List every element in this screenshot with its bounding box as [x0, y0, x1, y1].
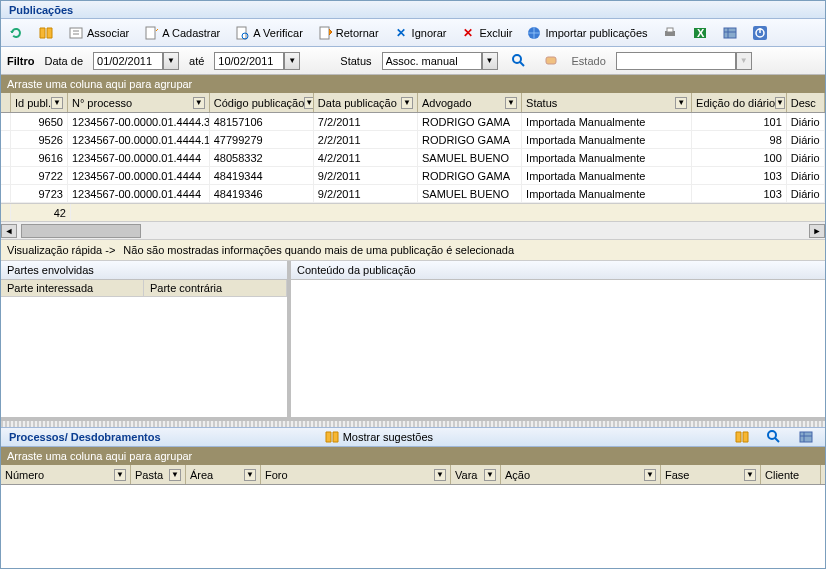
data-ate-input[interactable] — [214, 52, 284, 70]
layout-button[interactable] — [719, 23, 741, 43]
cell-cod: 48058332 — [210, 149, 314, 166]
cell-adv: SAMUEL BUENO — [418, 185, 522, 202]
book-icon — [38, 25, 54, 41]
grid-hscrollbar[interactable]: ◄ ► — [1, 221, 825, 239]
retornar-label: Retornar — [336, 27, 379, 39]
main-title-bar: Publicações — [1, 1, 825, 19]
filter-search-button[interactable] — [508, 51, 530, 71]
print-button[interactable] — [659, 23, 681, 43]
data-de-dropdown[interactable]: ▼ — [163, 52, 179, 70]
conteudo-title: Conteúdo da publicação — [291, 261, 825, 280]
filter-arrow[interactable]: ▼ — [434, 469, 446, 481]
grid-group-hint[interactable]: Arraste uma coluna aqui para agrupar — [1, 75, 825, 93]
grid-header: Id publ.▼ N° processo▼ Código publicação… — [1, 93, 825, 113]
doc-new-icon — [143, 25, 159, 41]
sec2-col-cliente[interactable]: Cliente — [761, 465, 821, 484]
ignorar-button[interactable]: ✕Ignorar — [390, 23, 450, 43]
col-proc[interactable]: N° processo▼ — [68, 93, 210, 112]
sec2-col-acao[interactable]: Ação▼ — [501, 465, 661, 484]
col-desc[interactable]: Desc — [787, 93, 825, 112]
layout-icon — [722, 25, 738, 41]
scroll-right-icon[interactable]: ► — [809, 224, 825, 238]
acadastrar-button[interactable]: A Cadastrar — [140, 23, 223, 43]
cell-adv: SAMUEL BUENO — [418, 149, 522, 166]
averificar-label: A Verificar — [253, 27, 303, 39]
cell-proc: 1234567-00.0000.01.4444 — [68, 149, 210, 166]
col-id[interactable]: Id publ.▼ — [11, 93, 68, 112]
refresh-button[interactable] — [5, 23, 27, 43]
svg-rect-16 — [800, 432, 812, 442]
svg-rect-7 — [667, 28, 673, 32]
col-stat[interactable]: Status▼ — [522, 93, 692, 112]
retornar-button[interactable]: Retornar — [314, 23, 382, 43]
filter-arrow[interactable]: ▼ — [675, 97, 687, 109]
cell-proc: 1234567-00.0000.01.4444 — [68, 185, 210, 202]
sec2-book-button[interactable] — [731, 427, 753, 447]
table-row[interactable]: 95261234567-00.0000.01.4444.1477992792/2… — [1, 131, 825, 149]
sec2-col-vara[interactable]: Vara▼ — [451, 465, 501, 484]
parte-contraria-col[interactable]: Parte contrária — [144, 280, 287, 296]
search-icon — [511, 53, 527, 69]
cell-ed: 103 — [692, 167, 787, 184]
sec2-group-hint[interactable]: Arraste uma coluna aqui para agrupar — [1, 447, 825, 465]
cell-ed: 100 — [692, 149, 787, 166]
status-dropdown[interactable]: ▼ — [482, 52, 498, 70]
sum-count: 42 — [11, 204, 71, 221]
col-cod[interactable]: Código publicação▼ — [210, 93, 314, 112]
excel-button[interactable]: X — [689, 23, 711, 43]
col-datap[interactable]: Data publicação▼ — [314, 93, 418, 112]
associar-button[interactable]: Associar — [65, 23, 132, 43]
parte-interessada-col[interactable]: Parte interessada — [1, 280, 144, 296]
status-select[interactable] — [382, 52, 482, 70]
filter-arrow[interactable]: ▼ — [304, 97, 314, 109]
filter-arrow[interactable]: ▼ — [484, 469, 496, 481]
main-title: Publicações — [9, 4, 73, 16]
table-row[interactable]: 97231234567-00.0000.01.4444484193469/2/2… — [1, 185, 825, 203]
filter-arrow[interactable]: ▼ — [401, 97, 413, 109]
table-row[interactable]: 96161234567-00.0000.01.4444480583324/2/2… — [1, 149, 825, 167]
mostrar-sugestoes-button[interactable]: Mostrar sugestões — [321, 427, 436, 447]
filter-arrow[interactable]: ▼ — [775, 97, 785, 109]
cell-ed: 103 — [692, 185, 787, 202]
scroll-thumb[interactable] — [21, 224, 141, 238]
filter-arrow[interactable]: ▼ — [193, 97, 205, 109]
section2-title-bar: Processos/ Desdobramentos Mostrar sugest… — [1, 427, 825, 447]
conteudo-body — [291, 280, 825, 417]
partes-body — [1, 297, 287, 417]
filter-arrow[interactable]: ▼ — [644, 469, 656, 481]
book-button[interactable] — [35, 23, 57, 43]
averificar-button[interactable]: A Verificar — [231, 23, 306, 43]
sec2-col-pasta[interactable]: Pasta▼ — [131, 465, 186, 484]
cell-desc: Diário — [787, 149, 825, 166]
excluir-button[interactable]: ✕Excluir — [457, 23, 515, 43]
col-ed[interactable]: Edição do diário▼ — [692, 93, 787, 112]
data-ate-dropdown[interactable]: ▼ — [284, 52, 300, 70]
details-split: Partes envolvidas Parte interessada Part… — [1, 261, 825, 421]
sec2-col-area[interactable]: Área▼ — [186, 465, 261, 484]
filter-arrow[interactable]: ▼ — [114, 469, 126, 481]
cell-desc: Diário — [787, 131, 825, 148]
filter-arrow[interactable]: ▼ — [51, 97, 63, 109]
filter-clear-button[interactable] — [540, 51, 562, 71]
filter-arrow[interactable]: ▼ — [744, 469, 756, 481]
sec2-layout-button[interactable] — [795, 427, 817, 447]
sec2-col-foro[interactable]: Foro▼ — [261, 465, 451, 484]
sec2-col-num[interactable]: Número▼ — [1, 465, 131, 484]
filter-arrow[interactable]: ▼ — [505, 97, 517, 109]
col-adv[interactable]: Advogado▼ — [418, 93, 522, 112]
sec2-col-fase[interactable]: Fase▼ — [661, 465, 761, 484]
scroll-left-icon[interactable]: ◄ — [1, 224, 17, 238]
data-de-input[interactable] — [93, 52, 163, 70]
filter-arrow[interactable]: ▼ — [169, 469, 181, 481]
acadastrar-label: A Cadastrar — [162, 27, 220, 39]
sec2-search-button[interactable] — [763, 427, 785, 447]
cell-id: 9526 — [11, 131, 68, 148]
cell-ed: 101 — [692, 113, 787, 130]
power-icon — [752, 25, 768, 41]
book-icon — [324, 429, 340, 445]
power-button[interactable] — [749, 23, 771, 43]
filter-arrow[interactable]: ▼ — [244, 469, 256, 481]
importar-button[interactable]: Importar publicações — [523, 23, 650, 43]
table-row[interactable]: 96501234567-00.0000.01.4444.3481571067/2… — [1, 113, 825, 131]
table-row[interactable]: 97221234567-00.0000.01.4444484193449/2/2… — [1, 167, 825, 185]
